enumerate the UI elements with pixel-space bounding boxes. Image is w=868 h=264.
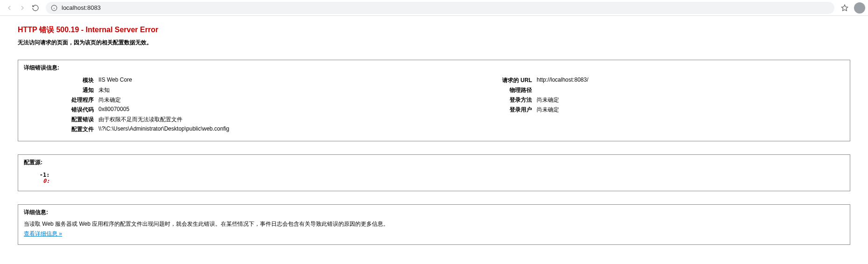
- detail-label: 登录用户: [443, 105, 537, 115]
- detail-value: [537, 85, 844, 95]
- avatar[interactable]: [854, 2, 865, 14]
- more-info-link[interactable]: 查看详细信息 »: [24, 230, 62, 237]
- error-subtitle: 无法访问请求的页面，因为该页的相关配置数据无效。: [18, 39, 850, 47]
- table-row: 请求的 URLhttp://localhost:8083/: [443, 76, 844, 85]
- detail-value: 尚未确定: [537, 105, 844, 115]
- detail-label: 配置文件: [24, 125, 98, 134]
- config-source-heading: 配置源:: [24, 159, 844, 167]
- star-icon[interactable]: [838, 1, 851, 14]
- table-row: 处理程序尚未确定: [24, 95, 425, 105]
- reload-button[interactable]: [29, 1, 42, 14]
- detail-label: 请求的 URL: [443, 76, 537, 85]
- page-content: HTTP 错误 500.19 - Internal Server Error 无…: [0, 16, 868, 264]
- detail-label: 通知: [24, 85, 98, 95]
- address-bar[interactable]: localhost:8083: [46, 2, 834, 14]
- detail-value: 尚未确定: [537, 95, 844, 105]
- back-button[interactable]: [3, 1, 16, 14]
- table-row: 错误代码0x80070005: [24, 105, 425, 115]
- details-table-right: 请求的 URLhttp://localhost:8083/ 物理路径 登录方法尚…: [443, 76, 844, 115]
- detail-value: 由于权限不足而无法读取配置文件: [98, 115, 425, 125]
- detail-label: 处理程序: [24, 95, 98, 105]
- table-row: 通知未知: [24, 85, 425, 95]
- table-row: 登录方法尚未确定: [443, 95, 844, 105]
- info-icon: [50, 4, 58, 12]
- more-info-fieldset: 详细信息: 当读取 Web 服务器或 Web 应用程序的配置文件出现问题时，就会…: [18, 204, 850, 245]
- error-title: HTTP 错误 500.19 - Internal Server Error: [18, 25, 850, 35]
- detail-value: IIS Web Core: [98, 76, 425, 85]
- details-table-left: 模块IIS Web Core 通知未知 处理程序尚未确定 错误代码0x80070…: [24, 76, 425, 134]
- detail-value: 0x80070005: [98, 105, 425, 115]
- detail-label: 物理路径: [443, 85, 537, 95]
- svg-marker-3: [841, 5, 847, 11]
- line-0: 0:: [29, 178, 53, 184]
- detail-label: 模块: [24, 76, 98, 85]
- more-info-heading: 详细信息:: [24, 208, 844, 216]
- config-source-fieldset: 配置源: -1: 0:: [18, 154, 850, 191]
- detail-value: http://localhost:8083/: [537, 76, 844, 85]
- detail-value: 未知: [98, 85, 425, 95]
- more-info-text: 当读取 Web 服务器或 Web 应用程序的配置文件出现问题时，就会发生此错误。…: [24, 220, 844, 228]
- line-neg1: -1:: [29, 172, 53, 178]
- table-row: 登录用户尚未确定: [443, 105, 844, 115]
- detail-label: 登录方法: [443, 95, 537, 105]
- browser-toolbar: localhost:8083: [0, 0, 868, 16]
- detail-label: 错误代码: [24, 105, 98, 115]
- forward-button[interactable]: [16, 1, 29, 14]
- table-row: 配置错误由于权限不足而无法读取配置文件: [24, 115, 425, 125]
- detail-value: 尚未确定: [98, 95, 425, 105]
- detail-label: 配置错误: [24, 115, 98, 125]
- config-source-lines: -1: 0:: [29, 172, 844, 184]
- url-text: localhost:8083: [62, 4, 101, 11]
- details-fieldset: 详细错误信息: 模块IIS Web Core 通知未知 处理程序尚未确定 错误代…: [18, 60, 850, 141]
- table-row: 配置文件\\?\C:\Users\Administrator\Desktop\p…: [24, 125, 425, 134]
- details-heading: 详细错误信息:: [24, 64, 844, 72]
- detail-value: \\?\C:\Users\Administrator\Desktop\publi…: [98, 125, 425, 134]
- table-row: 物理路径: [443, 85, 844, 95]
- table-row: 模块IIS Web Core: [24, 76, 425, 85]
